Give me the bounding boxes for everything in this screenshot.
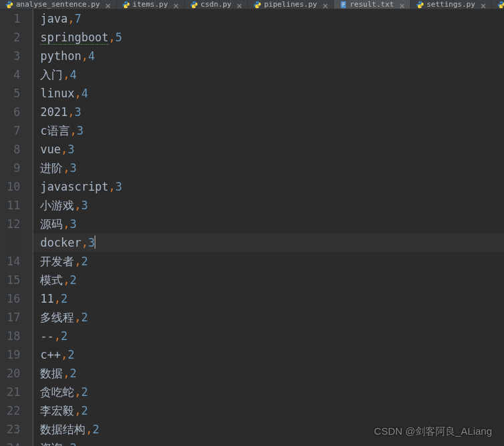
code-content[interactable]: java,7springboot,5python,4入门,4linux,4202… — [33, 9, 504, 446]
code-line[interactable]: 开发者,2 — [33, 252, 504, 271]
code-line[interactable]: 咨询,2 — [33, 439, 504, 446]
code-token-comma: , — [109, 31, 115, 44]
code-token-word: springboot — [40, 31, 108, 45]
code-token-number: 4 — [88, 49, 95, 63]
line-number — [7, 233, 20, 252]
code-token-comma: , — [63, 441, 69, 446]
close-tab-icon[interactable] — [105, 2, 111, 7]
code-token-number: 4 — [70, 68, 77, 81]
code-token-comma: , — [63, 367, 69, 380]
code-token-comma: , — [75, 87, 81, 100]
code-line[interactable]: c++,2 — [33, 345, 504, 364]
python-file-icon — [5, 1, 13, 9]
code-token-number: 3 — [70, 217, 77, 231]
line-number: 23 — [7, 420, 20, 439]
code-line[interactable]: 模式,2 — [33, 271, 504, 289]
close-tab-icon[interactable] — [173, 2, 179, 7]
code-token-word: 数据结构 — [40, 423, 85, 436]
code-token-number: 3 — [67, 143, 74, 156]
code-line[interactable]: 2021,3 — [33, 103, 504, 121]
code-token-word: linux — [40, 87, 74, 100]
code-token-number: 7 — [75, 12, 81, 25]
svg-point-0 — [8, 1, 9, 2]
code-line[interactable]: --,2 — [33, 327, 504, 345]
code-line[interactable]: c语言,3 — [33, 121, 504, 140]
line-number: 10 — [7, 177, 20, 196]
line-number-gutter: 1234567891011121415161718192021222324 — [0, 9, 29, 446]
code-token-number: 3 — [88, 236, 95, 249]
close-tab-icon[interactable] — [237, 2, 242, 7]
editor-tab[interactable]: pipelines.py — [248, 0, 333, 9]
svg-point-15 — [502, 7, 503, 7]
code-line[interactable]: javascript,3 — [33, 177, 504, 196]
code-token-comma: , — [63, 68, 69, 81]
code-line[interactable]: 进阶,3 — [33, 159, 504, 177]
code-token-comma: , — [63, 217, 69, 231]
code-token-number: 2 — [70, 367, 77, 380]
code-line[interactable]: 多线程,2 — [33, 308, 504, 327]
code-token-number: 3 — [70, 161, 77, 175]
line-number: 21 — [7, 383, 20, 401]
code-line[interactable]: 贪吃蛇,2 — [33, 383, 504, 401]
code-token-word: vue — [40, 143, 61, 156]
code-token-word: 入门 — [40, 68, 63, 81]
code-token-comma: , — [74, 385, 81, 399]
code-line[interactable]: springboot,5 — [33, 28, 504, 47]
line-number: 22 — [7, 401, 20, 420]
code-token-comma: , — [81, 236, 88, 249]
close-tab-icon[interactable] — [399, 2, 405, 7]
code-token-word: python — [40, 49, 81, 63]
code-token-number: 3 — [115, 180, 122, 193]
code-token-word: 开发者 — [40, 255, 74, 268]
line-number: 24 — [7, 439, 20, 446]
code-token-comma: , — [61, 348, 67, 361]
code-token-comma: , — [54, 292, 61, 305]
code-line[interactable]: linux,4 — [33, 84, 504, 103]
code-token-number: 2 — [67, 348, 74, 361]
code-token-comma: , — [74, 255, 81, 268]
close-tab-icon[interactable] — [323, 2, 328, 7]
code-token-comma: , — [70, 124, 77, 137]
code-token-number: 2 — [61, 329, 67, 343]
editor-tab[interactable]: settings.py — [411, 0, 492, 9]
code-line[interactable]: vue,3 — [33, 140, 504, 159]
code-token-word: 贪吃蛇 — [40, 385, 74, 399]
editor-tab[interactable]: csdn.py — [185, 0, 248, 9]
editor-tab[interactable]: analyse_sentence.py — [0, 0, 117, 9]
code-token-comma: , — [85, 423, 92, 436]
code-token-word: 模式 — [40, 273, 63, 287]
code-line[interactable]: 入门,4 — [33, 65, 504, 84]
line-number: 17 — [7, 308, 20, 327]
close-tab-icon[interactable] — [481, 2, 486, 7]
line-number: 4 — [7, 65, 20, 84]
editor-tab[interactable]: items.py — [117, 0, 185, 9]
code-token-number: 3 — [81, 199, 88, 212]
code-token-comma: , — [74, 199, 81, 212]
editor-tab[interactable]: main.py — [492, 0, 504, 9]
code-line[interactable]: docker,3 — [33, 233, 504, 252]
code-line[interactable]: python,4 — [33, 47, 504, 65]
line-number: 15 — [7, 271, 20, 289]
code-line[interactable]: java,7 — [33, 9, 504, 28]
line-number: 16 — [7, 289, 20, 308]
code-line[interactable]: 李宏毅,2 — [33, 401, 504, 420]
code-line[interactable]: 数据,2 — [33, 364, 504, 383]
line-number: 12 — [7, 215, 20, 233]
editor-tab[interactable]: result.txt — [334, 0, 411, 9]
watermark-text: CSDN @剑客阿良_ALiang — [374, 425, 492, 438]
line-number: 14 — [7, 252, 20, 271]
svg-point-14 — [500, 1, 501, 2]
line-number: 19 — [7, 345, 20, 364]
code-token-word: 11 — [40, 292, 53, 305]
code-token-word: 源码 — [40, 217, 63, 231]
code-line[interactable]: 11,2 — [33, 289, 504, 308]
code-token-word: 数据 — [40, 367, 63, 380]
code-line[interactable]: 源码,3 — [33, 215, 504, 233]
tab-label: csdn.py — [201, 0, 231, 9]
code-token-comma: , — [54, 329, 61, 343]
code-token-word: 2021 — [40, 105, 67, 119]
code-token-word: c++ — [40, 348, 61, 361]
code-token-comma: , — [109, 180, 115, 193]
code-line[interactable]: 小游戏,3 — [33, 196, 504, 215]
svg-point-12 — [419, 1, 419, 2]
